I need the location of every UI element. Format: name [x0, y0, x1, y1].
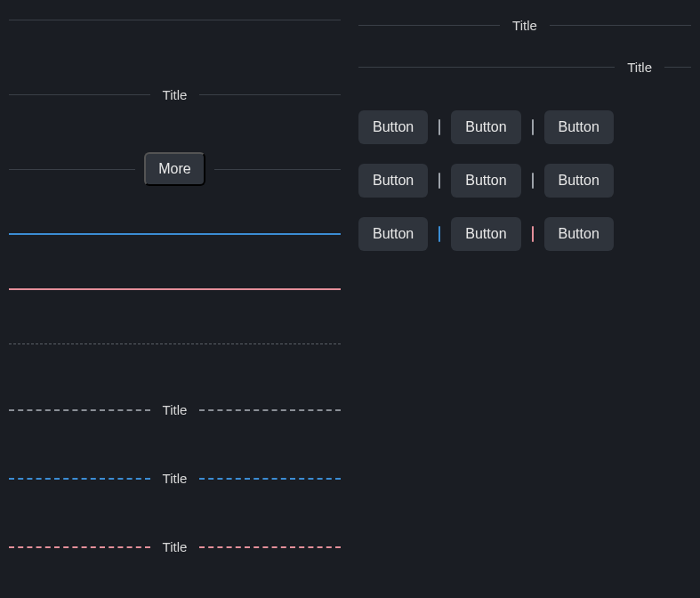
- vertical-separator: [439, 119, 440, 135]
- vertical-separator-pink: [532, 226, 534, 242]
- divider-line: [199, 409, 341, 411]
- divider-line: [358, 25, 500, 26]
- button-row: Button Button Button: [358, 110, 691, 144]
- vertical-separator: [532, 119, 534, 135]
- vertical-separator: [439, 173, 440, 189]
- divider-line: [9, 478, 150, 480]
- divider-label: Title: [500, 18, 550, 33]
- button-row: Button Button Button: [358, 164, 691, 198]
- divider-plain: [9, 9, 341, 30]
- divider-line: [9, 94, 150, 95]
- divider-label: Title: [150, 402, 200, 417]
- button[interactable]: Button: [358, 217, 428, 251]
- divider-with-title: Title: [9, 84, 341, 105]
- button[interactable]: Button: [451, 110, 520, 144]
- button[interactable]: Button: [451, 217, 520, 251]
- button-row: Button Button Button: [358, 217, 691, 251]
- divider-label: Title: [615, 60, 664, 75]
- divider-line: [664, 67, 691, 68]
- divider-dashed-gray-title: Title: [9, 402, 341, 417]
- divider-pink-solid: [9, 288, 341, 290]
- more-button[interactable]: More: [144, 152, 205, 186]
- divider-label: Title: [150, 87, 200, 102]
- divider-line: [9, 546, 150, 548]
- divider-title-centered: Title: [358, 18, 691, 33]
- button[interactable]: Button: [544, 217, 614, 251]
- button[interactable]: Button: [358, 164, 428, 198]
- divider-line: [199, 478, 341, 480]
- divider-line: [199, 94, 341, 95]
- divider-label: Title: [150, 471, 200, 486]
- divider-line: [9, 409, 150, 411]
- button[interactable]: Button: [544, 110, 614, 144]
- divider-dashed-blue-title: Title: [9, 471, 341, 486]
- divider-with-chip: More: [9, 158, 341, 180]
- divider-line: [9, 169, 135, 170]
- button[interactable]: Button: [544, 164, 614, 198]
- button-grid: Button Button Button Button Button Butto…: [358, 110, 691, 251]
- vertical-separator-blue: [439, 226, 440, 242]
- divider-gray-dashed-thin: [9, 343, 341, 344]
- vertical-separator: [532, 173, 534, 189]
- button[interactable]: Button: [451, 164, 520, 198]
- divider-line: [550, 25, 691, 26]
- divider-blue-solid: [9, 233, 341, 235]
- divider-line: [214, 169, 341, 170]
- divider-title-right: Title: [358, 60, 691, 75]
- divider-label: Title: [150, 539, 200, 554]
- button[interactable]: Button: [358, 110, 428, 144]
- divider-line: [199, 546, 341, 548]
- divider-line: [9, 20, 341, 20]
- divider-line: [358, 67, 615, 68]
- divider-dashed-pink-title: Title: [9, 539, 341, 554]
